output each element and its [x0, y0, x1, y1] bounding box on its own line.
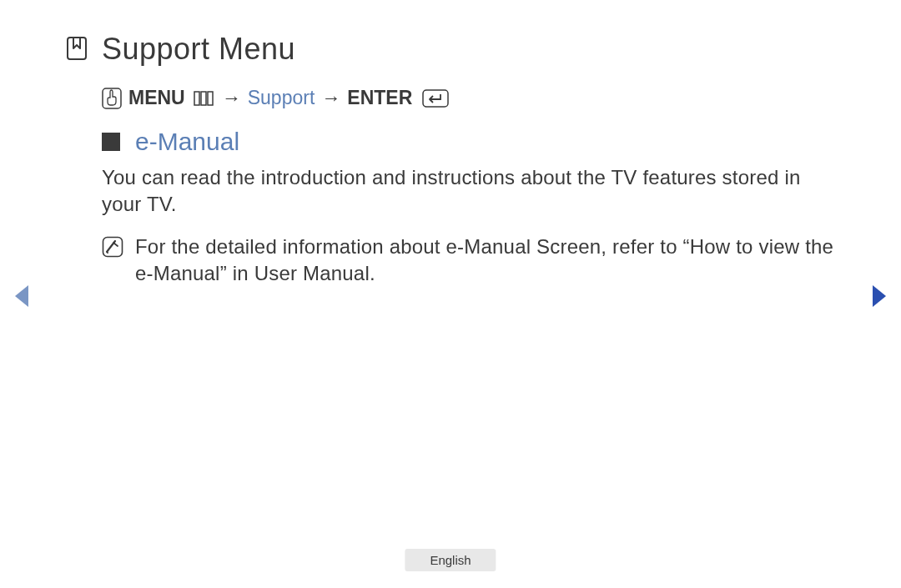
svg-rect-5 — [423, 90, 448, 107]
section-body: You can read the introduction and instru… — [102, 164, 834, 219]
nav-support-label: Support — [248, 87, 315, 109]
note-text: For the detailed information about e-Man… — [135, 234, 834, 288]
nav-arrow: → — [321, 87, 340, 109]
enter-button-icon — [422, 89, 449, 108]
nav-enter-label: ENTER — [347, 87, 412, 109]
hand-icon — [102, 88, 122, 109]
nav-arrow: → — [222, 87, 241, 109]
page-title: Support Menu — [102, 32, 295, 67]
next-page-button[interactable] — [871, 284, 889, 312]
svg-rect-0 — [68, 38, 86, 59]
menu-button-icon — [194, 91, 214, 106]
section-heading: e-Manual — [135, 128, 239, 156]
bookmark-icon — [67, 37, 87, 60]
prev-page-button[interactable] — [12, 284, 30, 312]
note-row: For the detailed information about e-Man… — [102, 234, 834, 288]
section-heading-row: e-Manual — [102, 128, 834, 156]
svg-rect-4 — [208, 92, 213, 105]
square-bullet-icon — [102, 133, 120, 151]
svg-rect-6 — [103, 237, 123, 256]
nav-path: MENU → Support → ENTER — [102, 87, 834, 109]
nav-menu-label: MENU — [128, 87, 185, 109]
svg-point-7 — [107, 252, 108, 254]
svg-rect-3 — [201, 92, 206, 105]
note-icon — [102, 236, 123, 258]
title-row: Support Menu — [67, 32, 834, 67]
svg-rect-2 — [194, 92, 199, 105]
language-badge: English — [405, 549, 496, 571]
